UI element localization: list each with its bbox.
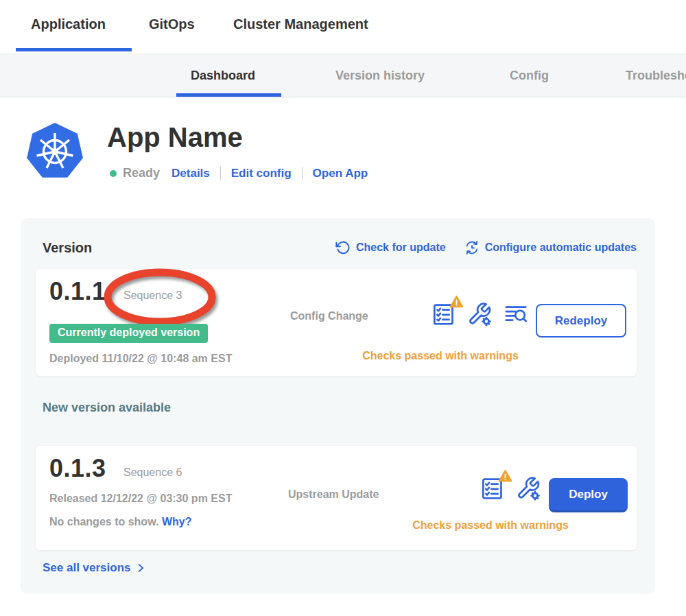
configure-automatic-updates-label: Configure automatic updates	[485, 241, 637, 254]
checks-warning-text: Checks passed with warnings	[333, 350, 548, 362]
tab-troubleshoot[interactable]: Troubleshoot	[626, 69, 686, 83]
version-status-icons	[479, 475, 541, 501]
check-for-update-label: Check for update	[356, 241, 446, 254]
available-version-sequence: Sequence 6	[123, 466, 182, 479]
tab-dashboard[interactable]: Dashboard	[191, 69, 255, 83]
active-nav-underline	[16, 48, 132, 51]
kubernetes-logo-icon	[25, 122, 84, 181]
edit-config-link[interactable]: Edit config	[231, 167, 292, 180]
checks-warning-text: Checks passed with warnings	[386, 519, 595, 532]
divider	[220, 167, 221, 180]
config-wrench-icon[interactable]	[515, 475, 541, 501]
configure-automatic-updates-link[interactable]: Configure automatic updates	[464, 240, 637, 255]
available-version-card: 0.1.3 Sequence 6 Released 12/12/22 @ 03:…	[36, 446, 637, 550]
nav-item-application[interactable]: Application	[31, 16, 106, 32]
nav-item-cluster-management[interactable]: Cluster Management	[233, 16, 368, 32]
open-app-link[interactable]: Open App	[313, 167, 368, 180]
deploy-button[interactable]: Deploy	[549, 478, 628, 512]
chevron-right-icon	[134, 562, 147, 574]
details-link[interactable]: Details	[172, 167, 210, 180]
why-link[interactable]: Why?	[162, 516, 192, 528]
status-badge: Ready	[123, 166, 160, 180]
released-timestamp: Released 12/12/22 @ 03:30 pm EST	[49, 493, 232, 505]
active-tab-underline	[176, 93, 281, 97]
current-version-card: 0.1.1 Sequence 3 Currently deployed vers…	[36, 269, 637, 376]
currently-deployed-badge: Currently deployed version	[49, 324, 208, 343]
warning-triangle-icon	[498, 469, 512, 482]
app-header: App Name Ready Details Edit config Open …	[0, 97, 686, 218]
current-version-number: 0.1.1	[49, 277, 106, 306]
schedule-update-icon	[464, 240, 480, 255]
new-version-available-label: New version available	[43, 401, 171, 415]
redeploy-button[interactable]: Redeploy	[536, 304, 626, 337]
available-version-number: 0.1.3	[49, 454, 106, 483]
nav-item-gitops[interactable]: GitOps	[149, 16, 195, 32]
version-status-icons	[430, 301, 529, 327]
version-panel-actions: Check for update Configure automatic upd…	[335, 240, 637, 255]
app-status-row: Ready Details Edit config Open App	[110, 166, 368, 180]
tab-version-history[interactable]: Version history	[335, 69, 425, 83]
version-source-label: Config Change	[290, 310, 368, 322]
app-tab-bar: Dashboard Version history Config Trouble…	[0, 54, 686, 97]
see-all-versions-label: See all versions	[43, 561, 131, 575]
preflight-checks-icon[interactable]	[479, 475, 505, 501]
deployed-timestamp: Deployed 11/10/22 @ 10:48 am EST	[49, 353, 232, 365]
top-nav: Application GitOps Cluster Management	[0, 0, 686, 54]
warning-triangle-icon	[449, 295, 464, 308]
check-for-update-link[interactable]: Check for update	[335, 240, 446, 255]
no-changes-text: No changes to show. Why?	[49, 516, 191, 528]
version-source-label: Upstream Update	[288, 488, 379, 501]
ready-status-dot-icon	[110, 170, 117, 177]
config-wrench-icon[interactable]	[466, 301, 493, 327]
view-diff-icon[interactable]	[503, 301, 529, 327]
current-version-sequence: Sequence 3	[123, 289, 182, 302]
refresh-icon	[335, 240, 351, 255]
version-panel-title: Version	[43, 240, 92, 256]
version-panel: Version Check for update Configure autom…	[21, 218, 655, 594]
see-all-versions-link[interactable]: See all versions	[43, 561, 147, 575]
page-title: App Name	[107, 122, 243, 153]
preflight-checks-icon[interactable]	[430, 301, 456, 327]
divider	[302, 167, 303, 180]
no-changes-label: No changes to show.	[49, 516, 158, 528]
tab-config[interactable]: Config	[510, 69, 549, 83]
